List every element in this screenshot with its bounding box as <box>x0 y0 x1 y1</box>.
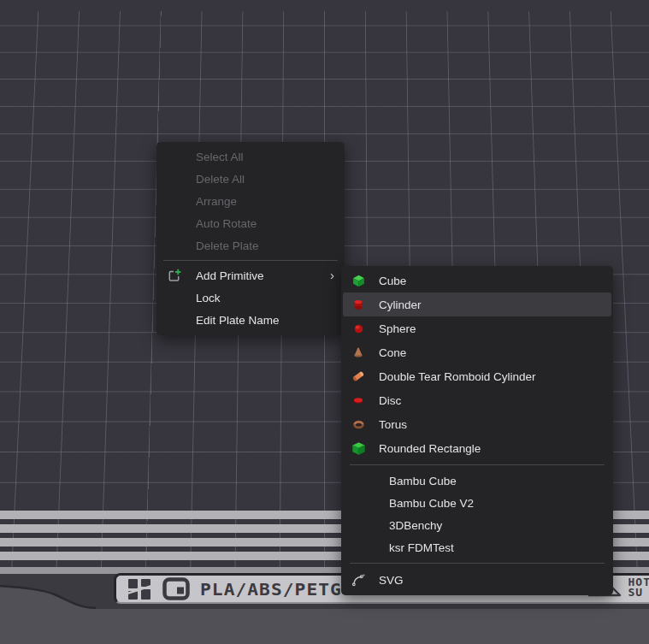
hot-text-line2: SU <box>628 588 649 598</box>
cylinder-icon <box>351 298 365 311</box>
rounded-rectangle-icon <box>351 441 365 455</box>
menu-item-delete-plate: Delete Plate <box>156 234 345 257</box>
disc-icon <box>351 393 365 407</box>
submenu-item-label: SVG <box>379 574 404 587</box>
sphere-icon <box>351 322 365 335</box>
hot-surface-warning-text: HOT SU <box>628 577 649 598</box>
submenu-item-rounded-rectangle[interactable]: Rounded Rectangle <box>341 436 613 460</box>
plate-type-icon <box>162 577 190 600</box>
plate-name-label: PLA/ABS/PETG <box>200 579 342 600</box>
viewport-3d: PLA/ABS/PETG HOT SU Select All Delete Al… <box>0 0 649 644</box>
add-primitive-icon <box>167 268 182 283</box>
menu-item-label: Delete Plate <box>196 239 259 252</box>
submenu-item-cone[interactable]: Cone <box>341 340 613 364</box>
submenu-separator <box>350 464 605 465</box>
submenu-item-label: ksr FDMTest <box>389 541 454 554</box>
menu-item-edit-plate-name[interactable]: Edit Plate Name <box>156 309 345 331</box>
menu-item-arrange: Arrange <box>156 190 345 212</box>
menu-item-delete-all: Delete All <box>156 168 345 190</box>
submenu-item-torus[interactable]: Torus <box>341 412 613 436</box>
submenu-item-svg[interactable]: SVG <box>341 568 613 592</box>
menu-item-label: Auto Rotate <box>196 217 257 230</box>
bezier-curve-icon <box>351 573 365 587</box>
submenu-item-sphere[interactable]: Sphere <box>341 316 613 340</box>
cone-icon <box>351 346 365 359</box>
submenu-item-disc[interactable]: Disc <box>341 388 613 412</box>
submenu-item-label: Bambu Cube <box>389 475 457 487</box>
submenu-item-bambu-cube-v2[interactable]: Bambu Cube V2 <box>341 492 613 514</box>
bambu-logo-icon <box>127 578 152 600</box>
submenu-item-label: Cube <box>379 275 406 287</box>
plate-context-menu: Select All Delete All Arrange Auto Rotat… <box>156 142 345 335</box>
romboid-cylinder-icon <box>351 369 365 383</box>
submenu-item-bambu-cube[interactable]: Bambu Cube <box>341 470 613 492</box>
menu-item-select-all: Select All <box>156 145 345 168</box>
plate-corner-notch <box>0 574 128 644</box>
menu-item-add-primitive[interactable]: Add Primitive › <box>156 264 345 287</box>
torus-icon <box>351 417 365 431</box>
menu-item-label: Select All <box>196 151 244 163</box>
menu-item-auto-rotate: Auto Rotate <box>156 212 345 234</box>
submenu-item-label: Double Tear Romboid Cylinder <box>379 370 536 383</box>
menu-item-lock[interactable]: Lock <box>156 287 345 309</box>
submenu-item-label: Bambu Cube V2 <box>389 497 474 510</box>
submenu-item-cube[interactable]: Cube <box>341 269 613 292</box>
menu-item-label: Arrange <box>196 195 237 208</box>
menu-separator <box>163 260 338 261</box>
menu-item-label: Delete All <box>196 173 245 186</box>
submenu-item-label: Rounded Rectangle <box>379 442 481 455</box>
menu-item-label: Add Primitive <box>196 269 264 282</box>
submenu-item-label: Torus <box>379 418 407 431</box>
submenu-item-label: Disc <box>379 394 401 407</box>
menu-item-label: Lock <box>196 292 221 304</box>
submenu-arrow-icon: › <box>330 269 334 281</box>
add-primitive-submenu: Cube Cylinder Sphere <box>341 266 613 595</box>
submenu-item-double-tear-romboid-cylinder[interactable]: Double Tear Romboid Cylinder <box>341 364 613 388</box>
submenu-separator <box>350 563 605 564</box>
submenu-item-label: Cylinder <box>379 298 422 311</box>
submenu-item-cylinder[interactable]: Cylinder <box>343 292 611 316</box>
cube-icon <box>351 274 365 287</box>
submenu-item-label: Cone <box>379 346 406 359</box>
submenu-item-ksr-fdmtest[interactable]: ksr FDMTest <box>341 536 613 558</box>
menu-item-label: Edit Plate Name <box>196 314 280 327</box>
submenu-item-3dbenchy[interactable]: 3DBenchy <box>341 514 613 536</box>
submenu-item-label: 3DBenchy <box>389 519 442 532</box>
submenu-item-label: Sphere <box>379 322 416 335</box>
